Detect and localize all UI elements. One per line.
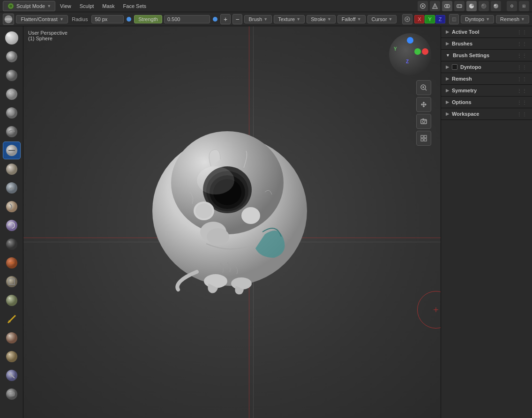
brush-settings-section: ▼ Brush Settings ⋮⋮ (441, 50, 532, 61)
svg-line-74 (425, 89, 427, 90)
options-arrow-icon: ▶ (446, 100, 449, 104)
svg-point-13 (482, 4, 484, 6)
falloff-dropdown[interactable]: Falloff ▼ (337, 15, 366, 23)
tool-rotate[interactable] (3, 216, 21, 234)
tool-name-display[interactable]: Flatten/Contrast ▼ (16, 15, 68, 23)
tool-annotate[interactable] (3, 310, 21, 328)
remesh-btn[interactable]: Remesh ▼ (496, 15, 529, 23)
tool-blob[interactable] (3, 104, 21, 122)
proportional-edit-btn[interactable] (402, 14, 412, 24)
tool-pinch[interactable] (3, 67, 21, 84)
camera-icon (420, 118, 427, 125)
texture-dropdown[interactable]: Texture ▼ (274, 15, 305, 23)
tool-clay[interactable] (3, 160, 21, 178)
tool-ruler[interactable] (3, 366, 21, 384)
remesh-header[interactable]: ▶ Remesh ⋮⋮ (441, 73, 532, 84)
zoom-in-btn[interactable] (416, 80, 431, 95)
strength-subtract-btn[interactable]: − (232, 14, 243, 24)
zoom-in-icon (420, 84, 427, 91)
svg-point-42 (6, 295, 17, 306)
svg-point-47 (6, 332, 17, 343)
tool-flatten[interactable] (3, 142, 21, 159)
gizmo-sphere[interactable]: Z Y (389, 33, 431, 75)
tool-draw[interactable] (3, 29, 21, 47)
dyntopo-section: ▶ Dyntopo ⋮⋮ (441, 61, 532, 73)
menu-mask[interactable]: Mask (98, 2, 118, 10)
strength-add-btn[interactable]: + (220, 14, 231, 24)
flatten-icon (5, 144, 18, 157)
options-header[interactable]: ▶ Options ⋮⋮ (441, 97, 532, 108)
camera-btn[interactable] (416, 114, 431, 129)
svg-point-48 (8, 335, 10, 336)
tool-box-mask[interactable] (3, 273, 21, 291)
snap-icon[interactable] (430, 1, 440, 11)
gizmo-right-dot[interactable] (422, 48, 428, 55)
brushes-header[interactable]: ▶ Brushes ⋮⋮ (441, 38, 532, 49)
brush-dropdown[interactable]: Brush ▼ (244, 15, 272, 23)
radius-input[interactable]: 50 px (91, 15, 124, 23)
pan-btn[interactable] (416, 97, 431, 112)
dyntopo-btn[interactable]: Dyntopo ▼ (461, 15, 494, 23)
tool-inflate[interactable] (3, 85, 21, 103)
main-layout: User Perspective (1) Sphere (0, 26, 532, 418)
viewport-icon[interactable] (418, 1, 428, 11)
remesh-title: ▶ Remesh (446, 76, 472, 82)
viewport[interactable]: User Perspective (1) Sphere (23, 26, 441, 418)
brush-settings-header[interactable]: ▼ Brush Settings ⋮⋮ (441, 50, 532, 61)
strength-label-btn[interactable]: Strength (134, 15, 162, 23)
svg-point-12 (481, 4, 486, 8)
menu-view[interactable]: View (56, 2, 75, 10)
tool-mask2[interactable] (3, 254, 21, 272)
y-axis-btn[interactable]: Y (425, 15, 435, 23)
active-tool-header[interactable]: ▶ Active Tool ⋮⋮ (441, 26, 532, 37)
gizmo-green-dot[interactable] (414, 48, 421, 55)
strength-input[interactable]: 0.500 (164, 15, 210, 23)
svg-point-40 (6, 276, 17, 287)
svg-point-27 (9, 110, 15, 116)
mode-selector[interactable]: Sculpt Mode ▼ (3, 1, 55, 11)
svg-point-69 (231, 277, 252, 290)
symmetry-header[interactable]: ▶ Symmetry ⋮⋮ (441, 85, 532, 96)
grid-snap-btn[interactable] (416, 131, 431, 146)
overlay-toggle[interactable] (442, 1, 452, 11)
shading-solid-icon (468, 3, 475, 9)
z-axis-btn[interactable]: Z (435, 15, 445, 23)
shading-material[interactable] (479, 1, 489, 11)
svg-point-49 (6, 351, 17, 362)
shading-solid[interactable] (466, 1, 477, 11)
pan-icon (420, 101, 427, 108)
tool-multires[interactable] (3, 329, 21, 347)
sculpt-mode-icon (7, 2, 15, 10)
tool-crease[interactable] (3, 123, 21, 141)
viewport-gizmo[interactable]: Z Y (389, 33, 431, 75)
tool-simplify[interactable] (3, 348, 21, 366)
dyntopo-arrow-icon: ▶ (446, 65, 449, 69)
x-axis-btn[interactable]: X (414, 15, 424, 23)
brushes-title: ▶ Brushes (446, 41, 472, 46)
engine-settings[interactable]: ⚙ (507, 1, 517, 11)
tool-grab[interactable] (3, 179, 21, 197)
menu-sculpt[interactable]: Sculpt (76, 2, 98, 10)
tool-icon-btn[interactable] (3, 14, 14, 25)
workspace-header[interactable]: ▶ Workspace ⋮⋮ (441, 108, 532, 119)
shading-rendered[interactable] (491, 1, 501, 11)
brush-arrow: ▼ (263, 17, 268, 22)
options-section: ▶ Options ⋮⋮ (441, 97, 532, 108)
stroke-dropdown[interactable]: Stroke ▼ (307, 15, 336, 23)
dyntopo-checkbox[interactable] (452, 64, 457, 70)
tool-lasso-mask[interactable] (3, 291, 21, 309)
addon-icon[interactable]: ⊞ (519, 1, 529, 11)
svg-point-3 (422, 5, 424, 7)
gizmo-top-dot[interactable] (407, 37, 413, 44)
tool-smooth[interactable] (3, 48, 21, 66)
xray-toggle[interactable] (454, 1, 465, 11)
menu-face-sets[interactable]: Face Sets (120, 2, 150, 10)
tool-last[interactable] (3, 385, 21, 403)
transform-orient-btn[interactable]: ◫ (449, 14, 459, 24)
cursor-dropdown[interactable]: Cursor ▼ (367, 15, 397, 23)
dyntopo-header[interactable]: ▶ Dyntopo ⋮⋮ (441, 61, 532, 73)
options-title: ▶ Options (446, 99, 472, 105)
tool-snake-hook[interactable] (3, 198, 21, 216)
cursor-label: Cursor (372, 16, 387, 22)
tool-mask[interactable] (3, 235, 21, 253)
